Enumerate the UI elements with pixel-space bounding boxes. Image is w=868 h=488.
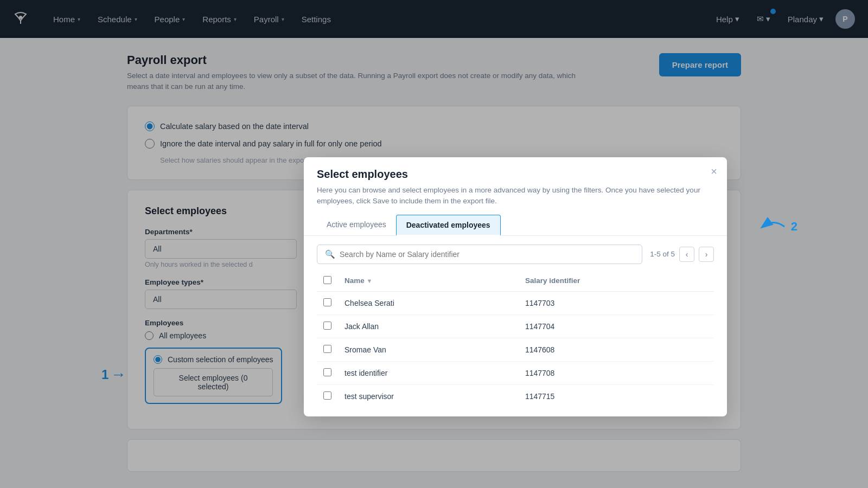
select-employees-modal: Select employees Here you can browse and… — [304, 157, 727, 416]
employee-salary-id-4: 1147708 — [519, 361, 714, 384]
sort-icon: ▼ — [367, 278, 373, 284]
table-row: test supervisor 1147715 — [317, 384, 714, 408]
tab-deactivated-employees[interactable]: Deactivated employees — [396, 215, 501, 236]
employee-salary-id-5: 1147715 — [519, 384, 714, 408]
prev-page-button[interactable]: ‹ — [679, 247, 694, 262]
employee-checkbox-4[interactable] — [323, 368, 331, 376]
name-header: Name ▼ — [338, 271, 519, 292]
chevron-left-icon: ‹ — [686, 250, 688, 259]
select-all-checkbox[interactable] — [323, 276, 331, 284]
employee-checkbox-1[interactable] — [323, 298, 331, 306]
chevron-right-icon: › — [705, 250, 708, 259]
employee-salary-id-3: 1147608 — [519, 338, 714, 361]
employee-name-1: Chelsea Serati — [338, 291, 519, 314]
modal-header: Select employees Here you can browse and… — [304, 157, 727, 207]
employee-name-2: Jack Allan — [338, 314, 519, 338]
salary-id-header: Salary identifier — [519, 271, 714, 292]
tab-active-employees[interactable]: Active employees — [317, 215, 396, 235]
pagination-text: 1-5 of 5 — [650, 250, 675, 258]
search-input[interactable] — [340, 250, 634, 259]
table-row: Chelsea Serati 1147703 — [317, 291, 714, 314]
employee-salary-id-1: 1147703 — [519, 291, 714, 314]
search-box: 🔍 — [317, 245, 642, 264]
modal-title: Select employees — [317, 168, 714, 181]
table-row: Jack Allan 1147704 — [317, 314, 714, 338]
table-row: Sromae Van 1147608 — [317, 338, 714, 361]
table-row: test identifier 1147708 — [317, 361, 714, 384]
row-checkbox-cell-3 — [317, 338, 338, 361]
annotation-2: 2 — [757, 216, 797, 237]
employee-checkbox-5[interactable] — [323, 391, 331, 400]
modal-close-button[interactable]: × — [711, 166, 717, 177]
row-checkbox-cell-1 — [317, 291, 338, 314]
modal-overlay: Select employees Here you can browse and… — [0, 0, 868, 488]
employee-checkbox-3[interactable] — [323, 345, 331, 353]
annotation-num-2: 2 — [791, 220, 797, 234]
employee-salary-id-2: 1147704 — [519, 314, 714, 338]
employee-name-4: test identifier — [338, 361, 519, 384]
employees-table: Name ▼ Salary identifier Chelsea Serati — [317, 271, 714, 408]
row-checkbox-cell-5 — [317, 384, 338, 408]
next-page-button[interactable]: › — [699, 247, 714, 262]
modal-body: 🔍 1-5 of 5 ‹ › — [304, 236, 727, 416]
row-checkbox-cell-2 — [317, 314, 338, 338]
employee-checkbox-2[interactable] — [323, 322, 331, 330]
pagination-info: 1-5 of 5 ‹ › — [650, 247, 714, 262]
row-checkbox-cell-4 — [317, 361, 338, 384]
select-all-header — [317, 271, 338, 292]
employees-table-body: Chelsea Serati 1147703 Jack Allan 114770… — [317, 291, 714, 408]
search-icon: 🔍 — [325, 249, 335, 259]
modal-description: Here you can browse and select employees… — [317, 185, 714, 207]
employee-name-3: Sromae Van — [338, 338, 519, 361]
employee-name-5: test supervisor — [338, 384, 519, 408]
search-row: 🔍 1-5 of 5 ‹ › — [317, 245, 714, 264]
arrow-curved-icon — [757, 216, 790, 237]
modal-tabs: Active employees Deactivated employees 2 — [304, 215, 727, 236]
table-header: Name ▼ Salary identifier — [317, 271, 714, 292]
